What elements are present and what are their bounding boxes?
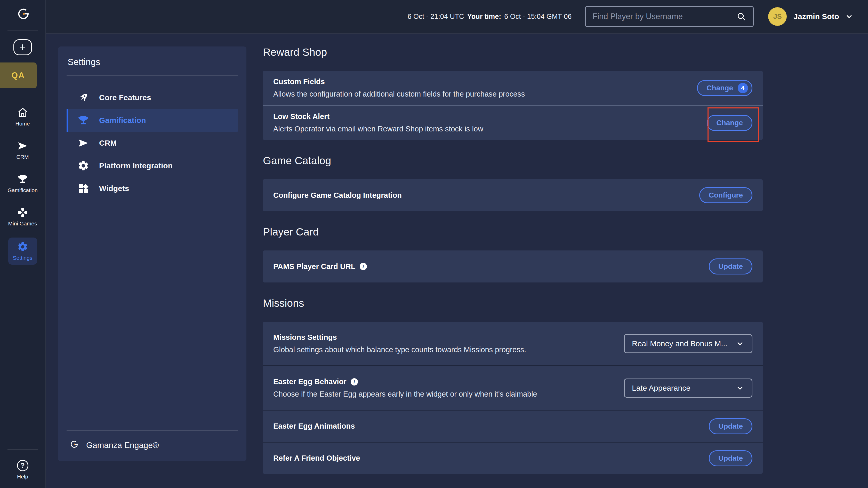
row-text: Low Stock AlertAlerts Operator via email… bbox=[273, 112, 707, 133]
row-text: Refer A Friend Objective bbox=[273, 454, 709, 462]
button-label: Update bbox=[718, 454, 743, 462]
settings-nav: Core Features Gamification CRM bbox=[67, 86, 238, 200]
time-display: 6 Oct - 21:04 UTC Your time: 6 Oct - 15:… bbox=[408, 13, 572, 21]
pams-player-card-url-title: PAMS Player Card URL bbox=[273, 262, 355, 271]
settings-card: Missions SettingsGlobal settings about w… bbox=[263, 322, 763, 474]
send-icon bbox=[17, 140, 28, 151]
settings-card: Custom FieldsAllows the configuration of… bbox=[263, 71, 763, 140]
help-button[interactable]: ? Help bbox=[8, 457, 37, 482]
settings-card: Configure Game Catalog IntegrationConfig… bbox=[263, 179, 763, 211]
refer-a-friend-objective-update-button[interactable]: Update bbox=[709, 450, 752, 466]
rail-item-crm[interactable]: CRM bbox=[8, 138, 37, 163]
rocket-icon bbox=[78, 92, 89, 104]
setting-row-game-catalog-integration: Configure Game Catalog IntegrationConfig… bbox=[263, 179, 763, 211]
row-text: PAMS Player Card URLi bbox=[273, 262, 709, 271]
info-icon[interactable]: i bbox=[351, 378, 358, 385]
app-root: + QA Home CRM bbox=[0, 0, 868, 488]
rail-item-mini-games[interactable]: Mini Games bbox=[8, 204, 37, 229]
rail-item-label: CRM bbox=[17, 154, 29, 160]
low-stock-alert-change-button[interactable]: Change bbox=[707, 115, 752, 131]
send-icon bbox=[78, 137, 89, 149]
avatar-initials: JS bbox=[773, 13, 782, 21]
rail-item-label: Home bbox=[15, 121, 30, 127]
user-menu-chevron-icon[interactable] bbox=[845, 12, 854, 21]
settings-nav-label: Platform Integration bbox=[99, 162, 173, 170]
settings-card: PAMS Player Card URLiUpdate bbox=[263, 251, 763, 283]
easter-egg-behavior-description: Choose if the Easter Egg appears early i… bbox=[273, 390, 624, 398]
settings-nav-label: Gamification bbox=[99, 116, 146, 125]
section-heading: Player Card bbox=[263, 226, 763, 238]
section-heading: Game Catalog bbox=[263, 154, 763, 167]
user-avatar[interactable]: JS bbox=[768, 7, 787, 26]
low-stock-alert-title: Low Stock Alert bbox=[273, 112, 330, 121]
widgets-icon bbox=[78, 182, 89, 195]
rail-item-home[interactable]: Home bbox=[8, 104, 37, 130]
easter-egg-animations-update-button[interactable]: Update bbox=[709, 418, 752, 434]
low-stock-alert-description: Alerts Operator via email when Reward Sh… bbox=[273, 125, 707, 133]
button-label: Update bbox=[718, 422, 743, 430]
setting-row-pams-player-card-url: PAMS Player Card URLiUpdate bbox=[263, 251, 763, 283]
select-value: Late Appearance bbox=[632, 384, 690, 393]
section-missions: MissionsMissions SettingsGlobal settings… bbox=[263, 297, 763, 474]
button-label: Change bbox=[716, 119, 743, 127]
settings-nav-item-core-features[interactable]: Core Features bbox=[67, 86, 238, 109]
setting-row-easter-egg-animations: Easter Egg AnimationsUpdate bbox=[263, 410, 763, 442]
trophy-icon bbox=[78, 114, 89, 126]
plus-icon: + bbox=[19, 42, 26, 53]
custom-fields-change-button[interactable]: Change4 bbox=[697, 80, 752, 96]
settings-nav-item-platform-integration[interactable]: Platform Integration bbox=[67, 154, 238, 177]
gamanza-logo-icon bbox=[68, 439, 80, 451]
info-icon[interactable]: i bbox=[360, 263, 367, 270]
missions-settings-title: Missions Settings bbox=[273, 333, 337, 342]
rail-item-gamification[interactable]: Gamification bbox=[7, 171, 38, 196]
section-heading: Missions bbox=[263, 297, 763, 309]
game-catalog-integration-configure-button[interactable]: Configure bbox=[699, 187, 752, 203]
content-area: Settings Core Fea bbox=[46, 34, 868, 488]
rail-bottom: ? Help bbox=[7, 449, 38, 488]
row-text: Easter Egg BehavioriChoose if the Easter… bbox=[273, 377, 624, 398]
count-badge: 4 bbox=[738, 83, 748, 93]
rail-divider bbox=[7, 449, 38, 450]
settings-content: Reward ShopCustom FieldsAllows the confi… bbox=[246, 34, 868, 488]
settings-nav-label: CRM bbox=[99, 139, 117, 147]
button-label: Update bbox=[718, 262, 743, 270]
settings-nav-label: Widgets bbox=[99, 184, 129, 193]
your-time-label: Your time: bbox=[467, 13, 501, 21]
player-search bbox=[585, 6, 754, 27]
settings-nav-item-gamification[interactable]: Gamification bbox=[67, 109, 238, 132]
setting-row-missions-settings: Missions SettingsGlobal settings about w… bbox=[263, 322, 763, 365]
setting-row-refer-a-friend-objective: Refer A Friend ObjectiveUpdate bbox=[263, 442, 763, 474]
pams-player-card-url-update-button[interactable]: Update bbox=[709, 258, 752, 275]
missions-settings-description: Global settings about which balance type… bbox=[273, 345, 624, 354]
panel-divider bbox=[67, 76, 238, 76]
environment-badge[interactable]: QA bbox=[0, 62, 37, 88]
brand-name: Gamanza Engage® bbox=[86, 440, 159, 450]
gamanza-logo-icon bbox=[14, 7, 31, 24]
setting-row-custom-fields: Custom FieldsAllows the configuration of… bbox=[263, 71, 763, 105]
refer-a-friend-objective-title: Refer A Friend Objective bbox=[273, 454, 360, 462]
row-text: Easter Egg Animations bbox=[273, 422, 709, 430]
utc-time: 6 Oct - 21:04 UTC bbox=[408, 13, 464, 21]
new-button[interactable]: + bbox=[13, 39, 32, 55]
rail-item-label: Gamification bbox=[7, 187, 38, 193]
easter-egg-behavior-select[interactable]: Late Appearance bbox=[624, 378, 752, 398]
settings-nav-item-crm[interactable]: CRM bbox=[67, 132, 238, 154]
custom-fields-description: Allows the configuration of additional c… bbox=[273, 90, 697, 98]
player-search-input[interactable] bbox=[592, 12, 736, 21]
local-time: 6 Oct - 15:04 GMT-06 bbox=[504, 13, 571, 21]
search-icon[interactable] bbox=[736, 11, 746, 22]
section-player-card: Player CardPAMS Player Card URLiUpdate bbox=[263, 226, 763, 283]
settings-nav-item-widgets[interactable]: Widgets bbox=[67, 177, 238, 200]
setting-row-easter-egg-behavior: Easter Egg BehavioriChoose if the Easter… bbox=[263, 365, 763, 410]
custom-fields-title: Custom Fields bbox=[273, 78, 325, 86]
gamepad-icon bbox=[17, 207, 28, 218]
row-text: Configure Game Catalog Integration bbox=[273, 191, 699, 200]
section-reward-shop: Reward ShopCustom FieldsAllows the confi… bbox=[263, 46, 763, 140]
icon-rail: + QA Home CRM bbox=[0, 0, 46, 488]
gear-icon bbox=[17, 241, 28, 253]
row-text: Missions SettingsGlobal settings about w… bbox=[273, 333, 624, 354]
app-logo bbox=[14, 7, 31, 24]
rail-item-settings[interactable]: Settings bbox=[8, 237, 37, 265]
game-catalog-integration-title: Configure Game Catalog Integration bbox=[273, 191, 402, 200]
missions-settings-select[interactable]: Real Money and Bonus M... bbox=[624, 334, 752, 353]
